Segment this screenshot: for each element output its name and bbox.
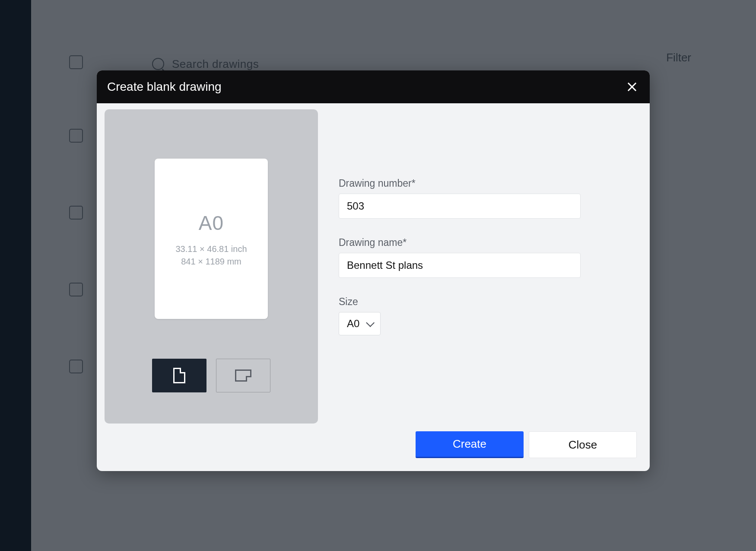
size-select[interactable]: A0	[339, 312, 381, 335]
drawing-number-label: Drawing number*	[339, 178, 637, 189]
drawing-name-label: Drawing name*	[339, 237, 637, 248]
dialog-body: A0 33.11 × 46.81 inch 841 × 1189 mm Draw…	[97, 103, 650, 431]
dialog-footer: Create Close	[97, 431, 650, 471]
portrait-page-icon	[173, 368, 185, 383]
drawing-name-input[interactable]	[339, 253, 581, 278]
size-field: Size A0	[339, 296, 637, 335]
orientation-toggle	[152, 359, 270, 392]
size-select-value: A0	[347, 318, 359, 330]
dialog-header: Create blank drawing	[97, 70, 650, 103]
preview-dim-mm: 841 × 1189 mm	[181, 257, 241, 267]
page-preview-pane: A0 33.11 × 46.81 inch 841 × 1189 mm	[105, 109, 318, 424]
landscape-page-icon	[235, 369, 251, 382]
drawing-number-input[interactable]	[339, 194, 581, 219]
page-preview: A0 33.11 × 46.81 inch 841 × 1189 mm	[155, 159, 268, 319]
create-button[interactable]: Create	[416, 431, 524, 458]
size-label: Size	[339, 296, 637, 308]
close-button[interactable]: Close	[529, 431, 637, 458]
dialog-title: Create blank drawing	[107, 80, 222, 94]
drawing-number-field: Drawing number*	[339, 178, 637, 219]
preview-dim-inch: 33.11 × 46.81 inch	[175, 244, 247, 254]
orientation-portrait-button[interactable]	[152, 359, 206, 392]
close-icon[interactable]	[627, 82, 637, 92]
drawing-name-field: Drawing name*	[339, 237, 637, 278]
chevron-down-icon	[366, 318, 375, 327]
preview-size-name: A0	[199, 211, 224, 235]
create-blank-drawing-dialog: Create blank drawing A0 33.11 × 46.81 in…	[97, 70, 650, 471]
orientation-landscape-button[interactable]	[216, 359, 270, 392]
drawing-form: Drawing number* Drawing name* Size A0	[339, 109, 637, 424]
